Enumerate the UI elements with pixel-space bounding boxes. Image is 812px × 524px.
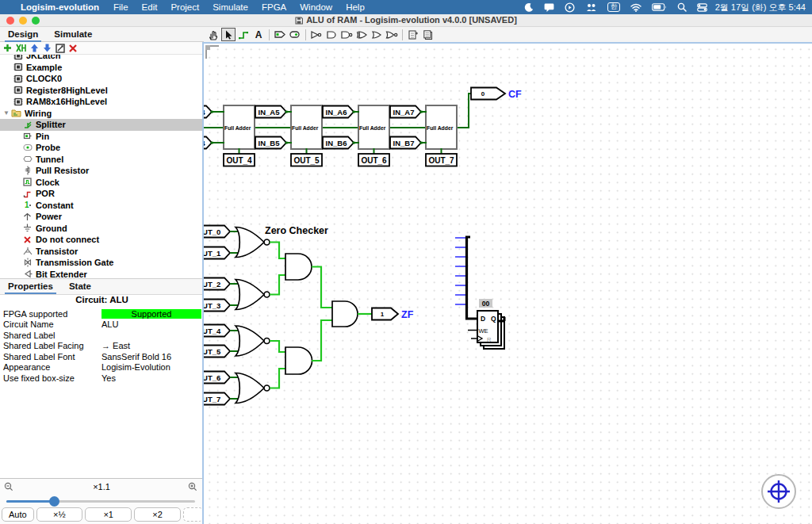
prop-row-fixed-box[interactable]: Use fixed box-size Yes [0, 373, 203, 384]
search-icon[interactable] [677, 2, 687, 12]
battery-icon[interactable] [652, 3, 667, 11]
circuit-canvas[interactable]: Full Adder Full Adder Full Adder Full Ad… [202, 42, 812, 524]
tree-item-ram8x16highlevel[interactable]: RAM8x16HighLevel [0, 96, 203, 108]
and-gate-tool-button[interactable] [324, 28, 339, 41]
text-tool-button[interactable]: A [251, 28, 266, 41]
menu-fpga[interactable]: FPGA [262, 2, 286, 12]
tree-item-transmission-gate[interactable]: Transmission Gate [0, 257, 203, 269]
tree-item-do-not-connect[interactable]: Do not connect [0, 234, 203, 246]
or-gate-tool-button[interactable] [370, 28, 384, 41]
prop-row-shared-label-facing[interactable]: Shared Label Facing → East [0, 341, 203, 352]
tab-properties[interactable]: Properties [0, 280, 61, 293]
zoom-1x-button[interactable]: ×1 [85, 507, 132, 522]
menu-window[interactable]: Window [300, 2, 332, 12]
tree-item-probe[interactable]: Probe [0, 142, 203, 154]
zero-checker[interactable]: Zero Checker OUT_0 OUT_1 OUT_2 OUT_3 OUT… [204, 225, 414, 405]
left-panel: Design Simulate JKLatch Example CLOCK0 R… [0, 27, 204, 524]
wifi-icon[interactable] [630, 3, 642, 12]
transmission-gate-icon [22, 258, 33, 268]
svg-text:OUT_0: OUT_0 [204, 228, 220, 236]
play-circle-icon[interactable] [565, 2, 575, 13]
tab-state[interactable]: State [61, 280, 99, 293]
circuit-tree: JKLatch Example CLOCK0 Register8HighLeve… [0, 55, 203, 279]
edit-appearance-button[interactable] [56, 44, 65, 53]
tree-item-splitter[interactable]: Splitter [0, 119, 203, 131]
tree-item-pin[interactable]: Pin [0, 131, 203, 143]
nor-gate[interactable] [236, 228, 270, 404]
menu-edit[interactable]: Edit [142, 2, 158, 12]
add-vhdl-tool-button[interactable] [421, 28, 435, 41]
disclosure-triangle-icon[interactable]: ▼ [3, 109, 10, 117]
chat-icon[interactable] [544, 2, 554, 13]
output-pin-tool-button[interactable] [288, 28, 302, 41]
zoom-auto-button[interactable]: Auto [2, 507, 34, 522]
tab-design[interactable]: Design [0, 28, 46, 41]
xor-gate-tool-button[interactable] [354, 28, 369, 41]
tree-item-transistor[interactable]: Transistor [0, 246, 203, 258]
poke-tool-button[interactable] [206, 28, 220, 41]
tab-simulate[interactable]: Simulate [46, 28, 100, 41]
moon-icon[interactable] [523, 2, 534, 13]
prop-row-fpga[interactable]: FPGA supported Supported [0, 308, 203, 319]
cf-label: CF [508, 89, 522, 100]
tree-folder-wiring[interactable]: ▼ Wiring [0, 108, 203, 120]
menu-file[interactable]: File [113, 2, 128, 12]
zoom-slider-thumb[interactable] [49, 496, 59, 507]
tree-item-pull-resistor[interactable]: Pull Resistor [0, 165, 203, 177]
not-gate-tool-button[interactable] [309, 28, 324, 41]
users-icon[interactable] [585, 2, 597, 13]
tree-item-register8highlevel[interactable]: Register8HighLevel [0, 85, 203, 97]
menubar-clock[interactable]: 2월 17일 (화) 오후 5:44 [715, 2, 806, 13]
zoom-half-button[interactable]: ×½ [36, 507, 83, 522]
zoom-slider[interactable] [6, 496, 195, 506]
splitter-bus [467, 237, 478, 319]
app-menu[interactable]: Logisim-evolution [21, 2, 99, 12]
por-icon [22, 189, 33, 199]
zoom-2x-button[interactable]: ×2 [134, 507, 181, 522]
svg-text:OUT_6: OUT_6 [361, 156, 387, 165]
prop-row-appearance[interactable]: Appearance Logisim-Evolution [0, 362, 203, 373]
add-circuit-button[interactable] [3, 44, 12, 52]
window-titlebar[interactable]: ALU of RAM - Logisim-evolution v4.0.0 [U… [0, 14, 812, 27]
add-circuit-tool-button[interactable] [406, 28, 420, 41]
delete-circuit-button[interactable] [69, 44, 77, 52]
prop-row-shared-label-font[interactable]: Shared Label Font SansSerif Bold 16 [0, 351, 203, 362]
pull-resistor-icon [22, 166, 33, 176]
zf-output-pin[interactable]: 1 [372, 308, 398, 320]
menu-project[interactable]: Project [170, 2, 199, 12]
final-and-gate[interactable] [332, 301, 358, 327]
nor-gate-tool-button[interactable] [385, 28, 399, 41]
tree-item-example[interactable]: Example [0, 62, 203, 74]
recenter-button[interactable] [762, 475, 795, 508]
move-down-button[interactable] [43, 44, 52, 52]
tree-item-jklatch[interactable]: JKLatch [0, 55, 203, 62]
input-pin-tool-button[interactable] [273, 28, 287, 41]
tree-item-power[interactable]: Power [0, 211, 203, 223]
tree-item-clock0[interactable]: CLOCK0 [0, 73, 203, 85]
tree-item-constant[interactable]: 1 Constant [0, 200, 203, 212]
cf-output-pin[interactable]: 0 [471, 88, 505, 100]
wiring-tool-button[interactable] [236, 28, 251, 41]
input-source-badge[interactable]: 한 [607, 2, 620, 12]
move-up-button[interactable] [30, 44, 39, 52]
prop-row-circuit-name[interactable]: Circuit Name ALU [0, 319, 203, 331]
control-center-icon[interactable] [697, 3, 707, 12]
prop-row-shared-label[interactable]: Shared Label [0, 330, 203, 341]
zoom-partial-button[interactable] [183, 507, 203, 522]
zoom-in-icon[interactable] [188, 482, 197, 493]
nand-gate-tool-button[interactable] [339, 28, 354, 41]
menu-help[interactable]: Help [346, 2, 365, 12]
menu-simulate[interactable]: Simulate [213, 2, 248, 12]
tree-item-bit-extender[interactable]: Bit Extender [0, 269, 203, 280]
edit-tool-button[interactable] [221, 28, 236, 41]
splitter-register[interactable]: 00 D Q WE R [455, 237, 504, 349]
full-adder-chain[interactable]: Full Adder Full Adder Full Adder Full Ad… [204, 88, 522, 166]
and-gate[interactable] [285, 254, 312, 374]
import-vhdl-button[interactable] [16, 44, 26, 52]
zf-label: ZF [401, 309, 414, 320]
tree-item-clock[interactable]: Clock [0, 177, 203, 189]
tree-item-ground[interactable]: Ground [0, 223, 203, 235]
floppy-icon [295, 17, 303, 25]
tree-item-tunnel[interactable]: Tunnel [0, 154, 203, 166]
tree-item-por[interactable]: POR [0, 188, 203, 200]
